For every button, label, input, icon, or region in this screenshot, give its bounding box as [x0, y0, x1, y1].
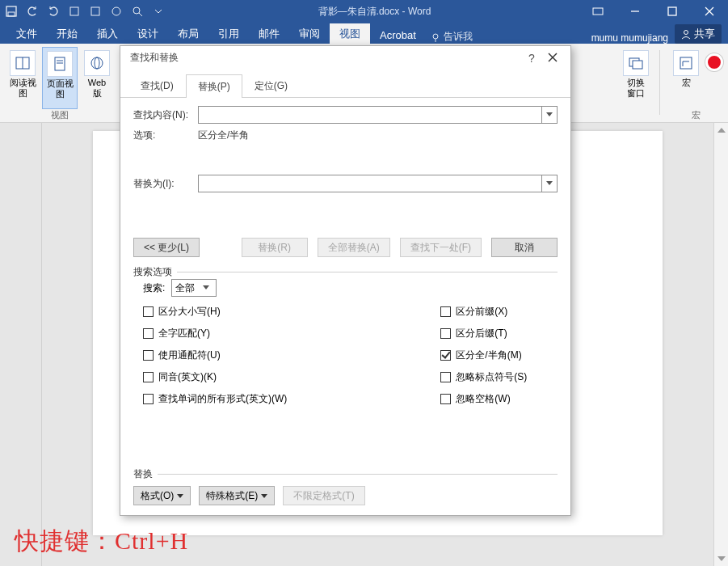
dialog-body: 查找内容(N): 选项: 区分全/半角 替换为(I): << 更少(L) 替换(… [120, 98, 570, 515]
dialog-tab-goto[interactable]: 定位(G) [242, 74, 300, 97]
tab-insert[interactable]: 插入 [87, 23, 128, 44]
read-mode-icon [10, 50, 36, 76]
find-combo [198, 106, 558, 124]
print-layout-button[interactable]: 页面视图 [42, 47, 78, 109]
special-button[interactable]: 特殊格式(E) [199, 486, 275, 505]
check-full-half-width[interactable]: 区分全/半角(M) [440, 348, 527, 362]
dialog-tab-find[interactable]: 查找(D) [128, 74, 186, 97]
check-sounds-like[interactable]: 同音(英文)(K) [143, 370, 287, 384]
vertical-scrollbar[interactable] [713, 123, 728, 566]
check-match-suffix[interactable]: 区分后缀(T) [440, 327, 527, 340]
switch-windows-button[interactable]: 切换窗口 [621, 47, 651, 123]
replace-dropdown-button[interactable] [541, 175, 558, 192]
person-icon [681, 29, 691, 39]
group-label-views: 视图 [51, 109, 69, 123]
read-mode-button[interactable]: 阅读视图 [5, 47, 40, 109]
check-whole-word[interactable]: 全字匹配(Y) [143, 327, 287, 340]
dialog-tabs: 查找(D) 替换(P) 定位(G) [120, 70, 570, 98]
qat-icon-7[interactable] [131, 5, 144, 18]
share-label: 共享 [694, 27, 715, 41]
tell-me-label: 告诉我 [444, 30, 473, 44]
search-direction-value: 全部 [175, 281, 195, 295]
tab-view[interactable]: 视图 [330, 23, 370, 44]
dialog-tab-replace[interactable]: 替换(P) [186, 74, 242, 98]
svg-point-20 [91, 57, 103, 69]
dialog-help-button[interactable]: ? [522, 52, 541, 65]
options-value: 区分全/半角 [198, 129, 249, 142]
replace-input[interactable] [198, 175, 541, 192]
search-options-legend: 搜索选项 [133, 265, 177, 279]
tell-me[interactable]: 告诉我 [431, 30, 473, 44]
web-layout-button[interactable]: Web 版 [79, 47, 115, 109]
dialog-titlebar[interactable]: 查找和替换 ? [120, 46, 570, 70]
find-input[interactable] [198, 106, 541, 124]
scroll-up-icon[interactable] [714, 123, 728, 137]
svg-rect-9 [668, 7, 676, 15]
tab-mailings[interactable]: 邮件 [249, 23, 289, 44]
replace-combo [198, 175, 558, 192]
maximize-button[interactable] [654, 0, 691, 23]
qat-more-icon[interactable] [152, 5, 165, 18]
close-button[interactable] [691, 0, 728, 23]
record-macro-icon[interactable] [705, 53, 723, 71]
macros-icon [673, 50, 699, 76]
scroll-down-icon[interactable] [714, 551, 728, 566]
check-all-word-forms[interactable]: 查找单词的所有形式(英文)(W) [143, 392, 287, 406]
svg-rect-23 [633, 61, 642, 69]
minimize-button[interactable] [616, 0, 654, 23]
dialog-title: 查找和替换 [127, 51, 522, 65]
group-label-macros: 宏 [692, 109, 701, 123]
check-match-case[interactable]: 区分大小写(H) [143, 305, 287, 319]
shortcut-annotation: 快捷键：Ctrl+H [15, 525, 188, 558]
qat-icon-5[interactable] [89, 5, 102, 18]
less-button[interactable]: << 更少(L) [133, 238, 200, 257]
tab-design[interactable]: 设计 [128, 23, 168, 44]
replace-label: 替换为(I): [133, 177, 190, 191]
redo-icon[interactable] [47, 5, 60, 18]
window-buttons [579, 0, 728, 23]
tab-review[interactable]: 审阅 [289, 23, 330, 44]
search-options-group: 搜索选项 搜索: 全部 区分大小写(H) 全字匹配(Y) 使用通配符(U) 同音… [133, 272, 558, 406]
left-gutter [0, 123, 42, 566]
title-bar: 背影—朱自清.docx - Word [0, 0, 728, 23]
tab-home[interactable]: 开始 [47, 23, 87, 44]
user-name[interactable]: mumu mumujiang [591, 32, 668, 44]
dialog-close-button[interactable] [541, 51, 564, 65]
document-title: 背影—朱自清.docx - Word [170, 5, 579, 19]
web-layout-icon [84, 50, 110, 76]
svg-rect-2 [70, 7, 78, 15]
share-button[interactable]: 共享 [675, 24, 722, 44]
check-match-prefix[interactable]: 区分前缀(X) [440, 305, 527, 319]
cancel-button[interactable]: 取消 [491, 238, 558, 257]
check-ignore-punctuation[interactable]: 忽略标点符号(S) [440, 370, 527, 384]
macros-button[interactable]: 宏 [668, 47, 704, 109]
search-direction-label: 搜索: [143, 281, 165, 295]
tab-acrobat[interactable]: Acrobat [370, 26, 426, 44]
svg-rect-3 [91, 7, 99, 15]
find-dropdown-button[interactable] [541, 106, 558, 124]
svg-point-4 [112, 7, 120, 15]
ribbon-display-icon[interactable] [579, 0, 616, 23]
tab-layout[interactable]: 布局 [168, 23, 208, 44]
no-formatting-button: 不限定格式(T) [283, 486, 364, 505]
tab-file[interactable]: 文件 [6, 23, 47, 44]
save-icon[interactable] [5, 5, 18, 18]
svg-rect-1 [8, 12, 15, 16]
svg-rect-17 [55, 57, 65, 70]
replace-all-button: 全部替换(A) [318, 238, 390, 257]
caret-down-icon [177, 494, 183, 498]
find-replace-dialog: 查找和替换 ? 查找(D) 替换(P) 定位(G) 查找内容(N): 选项: 区… [120, 45, 571, 516]
replace-button: 替换(R) [242, 238, 308, 257]
switch-windows-icon [623, 50, 649, 76]
qat-icon-6[interactable] [110, 5, 123, 18]
undo-icon[interactable] [26, 5, 39, 18]
tab-references[interactable]: 引用 [208, 23, 249, 44]
check-wildcards[interactable]: 使用通配符(U) [143, 348, 287, 362]
web-layout-label: Web 版 [82, 78, 112, 99]
format-button[interactable]: 格式(O) [133, 486, 191, 505]
svg-point-14 [684, 31, 688, 35]
qat-icon-4[interactable] [68, 5, 81, 18]
search-direction-select[interactable]: 全部 [171, 279, 217, 297]
check-ignore-whitespace[interactable]: 忽略空格(W) [440, 392, 527, 406]
replace-format-legend: 替换 [133, 467, 158, 481]
